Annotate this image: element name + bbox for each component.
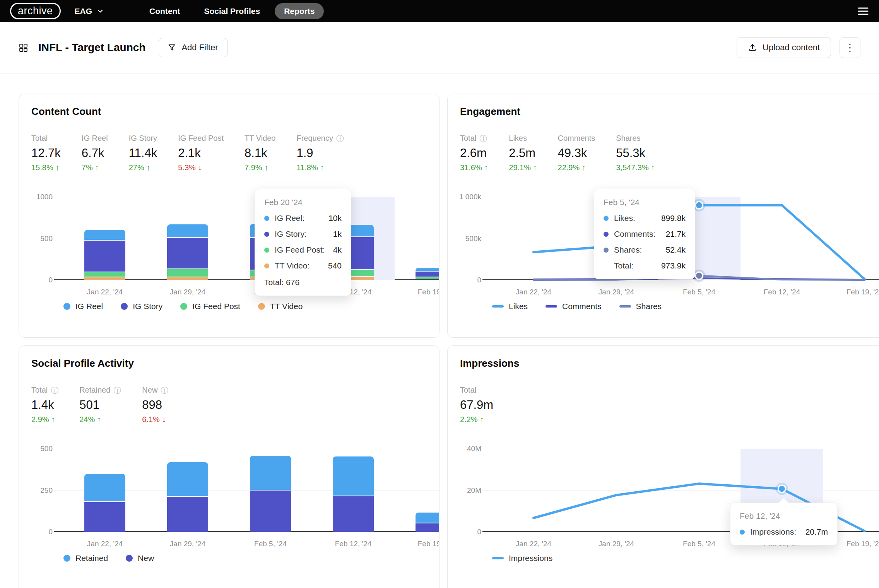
stat-label: Likes bbox=[509, 134, 537, 143]
legend-label: Comments bbox=[562, 302, 602, 311]
upload-content-button[interactable]: Upload content bbox=[737, 37, 831, 58]
legend-item-ig-feed-post[interactable]: IG Feed Post bbox=[180, 302, 240, 311]
y-tick-label: 0 bbox=[48, 276, 53, 284]
legend-line-swatch bbox=[492, 557, 504, 559]
legend-dot-swatch bbox=[180, 303, 187, 310]
stat-label-text: Retained bbox=[79, 386, 110, 395]
info-icon[interactable]: ⓘ bbox=[161, 386, 168, 394]
legend-item-comments[interactable]: Comments bbox=[546, 302, 602, 311]
stat-delta: 2.2% ↑ bbox=[460, 415, 493, 424]
add-filter-button[interactable]: Add Filter bbox=[158, 38, 227, 57]
legend-line-swatch bbox=[546, 305, 557, 308]
bar-segment-new bbox=[84, 502, 125, 532]
y-tick-label: 250 bbox=[40, 486, 53, 495]
top-navbar: archive EAG Content Social Profiles Repo… bbox=[0, 0, 879, 22]
legend-item-ig-reel[interactable]: IG Reel bbox=[63, 302, 103, 311]
stat-label-text: IG Feed Post bbox=[178, 134, 224, 143]
tooltip-row-label: Shares: bbox=[614, 245, 642, 255]
bar-segment-retained bbox=[416, 513, 440, 523]
bar-segment-new bbox=[333, 496, 374, 532]
stat-label-text: TT Video bbox=[245, 134, 275, 143]
legend-item-shares[interactable]: Shares bbox=[619, 302, 662, 311]
y-tick-label: 20M bbox=[467, 486, 481, 495]
x-tick-label: Jan 29, '24 bbox=[599, 540, 634, 548]
bar-feb-19-24[interactable] bbox=[416, 197, 440, 280]
more-options-button[interactable]: ⋮ bbox=[840, 37, 860, 58]
social-profile-activity-chart: 5002500 bbox=[31, 449, 427, 532]
y-tick-label: 1000 bbox=[36, 193, 53, 201]
x-tick-label: Feb 12, '24 bbox=[335, 540, 371, 548]
bar-jan-22-24[interactable] bbox=[84, 197, 125, 280]
stat-value: 2.6m bbox=[460, 146, 488, 160]
legend-label: IG Story bbox=[133, 302, 162, 311]
nav-items: Content Social Profiles Reports bbox=[140, 3, 324, 19]
workspace-dropdown[interactable]: EAG bbox=[75, 7, 105, 16]
tooltip-row-label: Total: bbox=[614, 261, 633, 270]
tooltip-series-dot bbox=[604, 248, 609, 253]
stat-value: 11.4k bbox=[129, 146, 157, 160]
stat-delta: 27% ↑ bbox=[129, 163, 157, 172]
stat-label-text: IG Reel bbox=[82, 134, 108, 143]
bar-feb-19-24[interactable] bbox=[416, 449, 440, 532]
nav-item-social-profiles[interactable]: Social Profiles bbox=[195, 3, 269, 19]
bar-segment-tt-video bbox=[167, 277, 208, 280]
x-tick-label: Jan 29, '24 bbox=[599, 288, 634, 296]
tooltip-row-label: TT Video: bbox=[275, 261, 310, 270]
legend-item-likes[interactable]: Likes bbox=[492, 302, 528, 311]
chart-tooltip: Feb 12, '24Impressions:20.7m bbox=[730, 503, 838, 545]
stat-delta: 29.1% ↑ bbox=[509, 163, 537, 172]
legend-item-retained[interactable]: Retained bbox=[63, 554, 108, 563]
y-tick-label: 0 bbox=[477, 528, 481, 536]
legend-item-impressions[interactable]: Impressions bbox=[492, 554, 552, 563]
stat-delta: 7.9% ↑ bbox=[245, 163, 275, 172]
archive-logo[interactable]: archive bbox=[10, 3, 61, 19]
stat-label-text: Frequency bbox=[296, 134, 333, 143]
bar-segment-ig-reel bbox=[416, 268, 440, 271]
legend-item-ig-story[interactable]: IG Story bbox=[121, 302, 162, 311]
nav-item-content[interactable]: Content bbox=[140, 3, 189, 19]
stat-label: IG Story bbox=[129, 134, 157, 143]
info-icon[interactable]: ⓘ bbox=[51, 386, 58, 394]
legend-dot-swatch bbox=[258, 303, 265, 310]
tooltip-row-likes: Likes:899.8k bbox=[604, 214, 686, 223]
bar-jan-22-24[interactable] bbox=[84, 449, 125, 532]
stat-value: 1.4k bbox=[31, 398, 58, 412]
line-likes[interactable] bbox=[534, 205, 865, 279]
bar-feb-12-24[interactable] bbox=[333, 449, 374, 532]
bar-segment-ig-story bbox=[84, 241, 125, 271]
bar-jan-29-24[interactable] bbox=[167, 449, 208, 532]
chart-legend: IG ReelIG StoryIG Feed PostTT Video bbox=[63, 302, 427, 311]
legend-item-new[interactable]: New bbox=[126, 554, 154, 563]
data-point-impressions[interactable] bbox=[778, 485, 786, 492]
stat-label: IG Reel bbox=[82, 134, 108, 143]
tooltip-row-total: Total:973.9k bbox=[604, 261, 686, 270]
stat-label: Newⓘ bbox=[142, 386, 168, 395]
tooltip-row-value: 973.9k bbox=[655, 261, 686, 270]
y-axis: 10005000 bbox=[31, 197, 53, 280]
bar-segment-ig-feed-post bbox=[84, 272, 125, 277]
page-title: INFL - Target Launch bbox=[38, 41, 145, 54]
info-icon[interactable]: ⓘ bbox=[113, 386, 121, 394]
info-icon[interactable]: ⓘ bbox=[479, 135, 487, 142]
bar-segment-retained bbox=[84, 474, 125, 501]
data-point-likes[interactable] bbox=[696, 202, 703, 209]
nav-item-reports[interactable]: Reports bbox=[275, 3, 324, 19]
bar-feb-5-24[interactable] bbox=[250, 449, 291, 532]
legend-item-tt-video[interactable]: TT Video bbox=[258, 302, 303, 311]
bar-segment-ig-reel bbox=[167, 224, 208, 237]
tooltip-row-value: 21.7k bbox=[660, 229, 686, 239]
chart-tooltip: Feb 5, '24Likes:899.8kComments:21.7kShar… bbox=[594, 189, 695, 279]
bar-jan-29-24[interactable] bbox=[167, 197, 208, 280]
bar-segment-retained bbox=[333, 456, 374, 496]
tooltip-row-ig-story: IG Story:1k bbox=[264, 229, 342, 239]
stat-label-text: Likes bbox=[509, 134, 527, 143]
data-point-shares[interactable] bbox=[696, 272, 703, 279]
info-icon[interactable]: ⓘ bbox=[336, 135, 344, 142]
hamburger-menu-icon[interactable] bbox=[857, 7, 869, 16]
legend-dot-swatch bbox=[126, 555, 133, 562]
stat-label-text: Total bbox=[460, 134, 476, 143]
tooltip-series-dot bbox=[740, 530, 745, 535]
tooltip-series-dot bbox=[604, 232, 609, 237]
tooltip-row-label: Impressions: bbox=[750, 527, 796, 537]
x-tick-label: Feb 19, '24 bbox=[847, 540, 879, 548]
